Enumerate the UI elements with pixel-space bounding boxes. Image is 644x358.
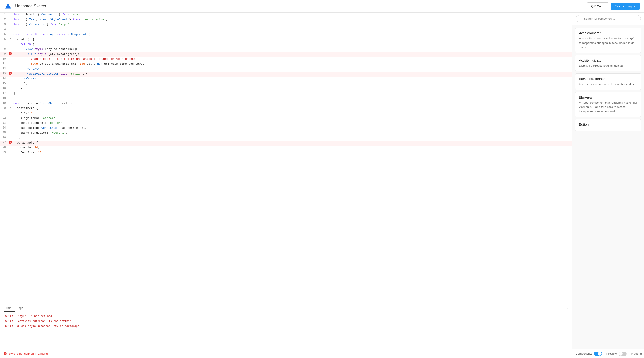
status-error-text: 'style' is not defined. (+2 more)	[8, 352, 48, 355]
line-number: 10	[0, 57, 8, 60]
line-content: fontSize: 18,	[12, 150, 572, 155]
line-number: 9	[0, 52, 8, 56]
component-name: Accelerometer	[579, 31, 638, 35]
line-number: 24	[0, 126, 8, 129]
line-number: 14	[0, 77, 8, 80]
components-label: Components	[576, 352, 592, 355]
line-number: 5	[0, 32, 8, 36]
line-content: <View style={styles.container}>	[12, 47, 572, 51]
console-panel: Errors Logs × ESLint: 'style' is not def…	[0, 304, 572, 349]
line-number: 8	[0, 47, 8, 51]
tab-errors[interactable]: Errors	[4, 304, 15, 312]
main-content: 1import React, { Component } from 'react…	[0, 13, 644, 358]
line-content: Change code in the editor and watch it c…	[12, 57, 572, 61]
header-actions: QR Code Save changes	[587, 3, 640, 10]
platform-selector: Platform iOS Android	[631, 351, 644, 356]
preview-label: Preview	[606, 352, 617, 355]
line-number: 19	[0, 101, 8, 105]
line-gutter: ▾	[8, 37, 12, 40]
console-content: ESLint: 'style' is not defined.ESLint: '…	[0, 312, 572, 349]
code-line: 23 justifyContent: 'center',	[0, 121, 572, 126]
status-bar: 'style' is not defined. (+2 more)	[0, 349, 572, 358]
fold-arrow[interactable]: ▾	[10, 37, 11, 40]
component-card[interactable]: Button	[575, 119, 641, 131]
code-line: 16 }	[0, 86, 572, 91]
error-message: ESLint: 'ActivityIndicator' is not defin…	[4, 320, 569, 323]
line-content: paragraph: {	[12, 141, 572, 145]
line-number: 27	[0, 141, 8, 144]
component-card[interactable]: AccelerometerAccess the device accelerom…	[575, 28, 641, 53]
line-number: 15	[0, 82, 8, 85]
line-number: 1	[0, 13, 8, 16]
code-line: 17}	[0, 91, 572, 96]
components-toggle-group: Components	[576, 351, 602, 356]
code-line: 10 Change code in the editor and watch i…	[0, 57, 572, 62]
code-editor[interactable]: 1import React, { Component } from 'react…	[0, 13, 572, 304]
component-card[interactable]: BlurViewA React component that renders a…	[575, 92, 641, 117]
line-content: justifyContent: 'center',	[12, 121, 572, 125]
console-close-button[interactable]: ×	[566, 306, 569, 310]
line-number: 11	[0, 62, 8, 65]
line-gutter	[8, 72, 12, 75]
component-card[interactable]: ActivityIndicatorDisplays a circular loa…	[575, 55, 641, 71]
component-name: BarCodeScanner	[579, 77, 638, 81]
error-message: ESLint: Unused style detected: styles.pa…	[4, 325, 569, 328]
line-number: 25	[0, 131, 8, 134]
line-gutter: ▾	[8, 106, 12, 109]
line-gutter	[8, 52, 12, 55]
save-changes-button[interactable]: Save changes	[611, 3, 640, 10]
line-number: 6	[0, 37, 8, 41]
line-content: <Text style={style.paragraph}>	[12, 52, 572, 56]
line-content: import { Text, View, StyleSheet } from '…	[12, 18, 572, 22]
line-content: </View>	[12, 77, 572, 81]
error-indicator	[9, 72, 12, 75]
component-description: Displays a circular loading indicator.	[579, 64, 638, 68]
line-number: 12	[0, 67, 8, 70]
components-toggle-knob	[598, 352, 602, 355]
status-error: 'style' is not defined. (+2 more)	[4, 352, 48, 355]
line-number: 28	[0, 145, 8, 149]
line-content: flex: 1,	[12, 111, 572, 115]
search-wrapper: 🔍	[576, 15, 641, 22]
qr-code-button[interactable]: QR Code	[587, 3, 608, 10]
error-message: ESLint: 'style' is not defined.	[4, 315, 569, 318]
component-description: Access the device accelerometer sensor(s…	[579, 36, 638, 50]
line-number: 2	[0, 18, 8, 21]
code-line: 18	[0, 96, 572, 101]
line-content: paddingTop: Constants.statusBarHeight,	[12, 126, 572, 130]
components-toggle[interactable]	[594, 351, 602, 356]
platform-label: Platform	[631, 352, 642, 355]
code-line: 2import { Text, View, StyleSheet } from …	[0, 18, 572, 22]
preview-toggle-group: Preview	[606, 351, 626, 356]
line-content: export default class App extends Compone…	[12, 32, 572, 37]
code-line: 21 flex: 1,	[0, 111, 572, 116]
fold-arrow[interactable]: ▾	[10, 106, 11, 109]
preview-toggle-knob	[619, 352, 622, 355]
line-number: 23	[0, 121, 8, 124]
page-title: Unnamed Sketch	[15, 4, 587, 9]
line-number: 22	[0, 116, 8, 120]
error-indicator	[9, 52, 12, 55]
code-line: 5export default class App extends Compon…	[0, 32, 572, 37]
code-line: 19const styles = StyleSheet.create({	[0, 101, 572, 106]
tab-logs[interactable]: Logs	[17, 304, 26, 312]
line-number: 4	[0, 27, 8, 31]
preview-toggle[interactable]	[618, 351, 626, 356]
line-number: 18	[0, 96, 8, 100]
line-number: 17	[0, 91, 8, 95]
line-content	[12, 96, 572, 97]
line-number: 7	[0, 42, 8, 46]
code-line: 12 </Text>	[0, 67, 572, 72]
line-content: alignItems: 'center',	[12, 116, 572, 120]
line-number: 16	[0, 86, 8, 90]
line-number: 26	[0, 136, 8, 139]
right-status-bar: Components Preview Platform iOS Android	[572, 349, 644, 358]
search-input[interactable]	[576, 15, 641, 22]
code-line: 26 },	[0, 136, 572, 141]
line-content: import React, { Component } from 'react'…	[12, 13, 572, 17]
code-line: 9 <Text style={style.paragraph}>	[0, 52, 572, 57]
line-content: Save to get a sharable url. You get a ne…	[12, 62, 572, 66]
component-name: ActivityIndicator	[579, 58, 638, 62]
code-line: 7 return (	[0, 42, 572, 47]
component-card[interactable]: BarCodeScannerUse the devices camera to …	[575, 73, 641, 90]
